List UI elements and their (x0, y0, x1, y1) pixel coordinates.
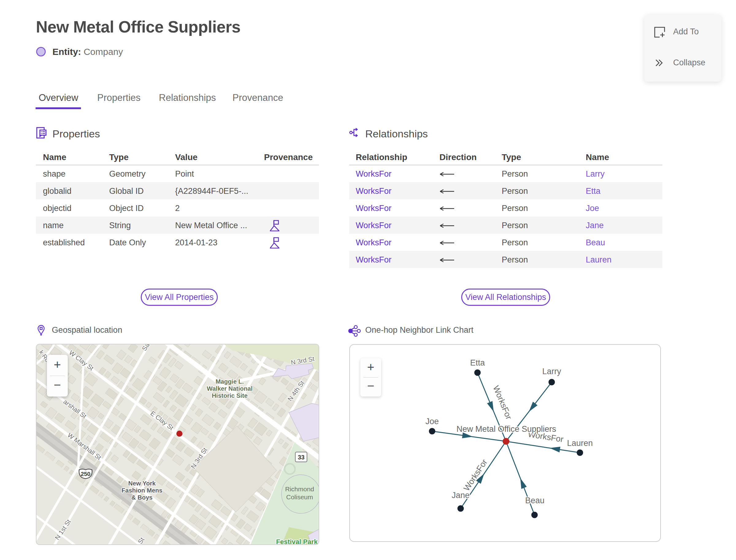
svg-text:33: 33 (298, 454, 305, 461)
svg-text:Joe: Joe (425, 417, 439, 426)
svg-text:Jane: Jane (452, 491, 470, 500)
svg-text:New York: New York (128, 480, 156, 487)
svg-text:WorksFor: WorksFor (491, 384, 513, 421)
svg-text:New Metal Office Suppliers: New Metal Office Suppliers (456, 424, 556, 434)
svg-text:250: 250 (81, 471, 90, 477)
svg-text:Maggie L.: Maggie L. (216, 378, 244, 385)
svg-text:Fashion Mens: Fashion Mens (121, 487, 162, 494)
svg-text:Historic Site: Historic Site (212, 392, 248, 399)
svg-text:Festival Park: Festival Park (276, 538, 318, 544)
svg-text:Coliseum: Coliseum (286, 493, 313, 501)
svg-text:Richmond: Richmond (285, 485, 314, 493)
svg-text:Lauren: Lauren (567, 439, 593, 448)
svg-text:Etta: Etta (470, 358, 485, 367)
svg-text:Beau: Beau (525, 496, 544, 505)
svg-text:& Boys: & Boys (132, 494, 153, 501)
svg-text:Walker National: Walker National (207, 385, 252, 392)
svg-text:Larry: Larry (542, 367, 561, 376)
